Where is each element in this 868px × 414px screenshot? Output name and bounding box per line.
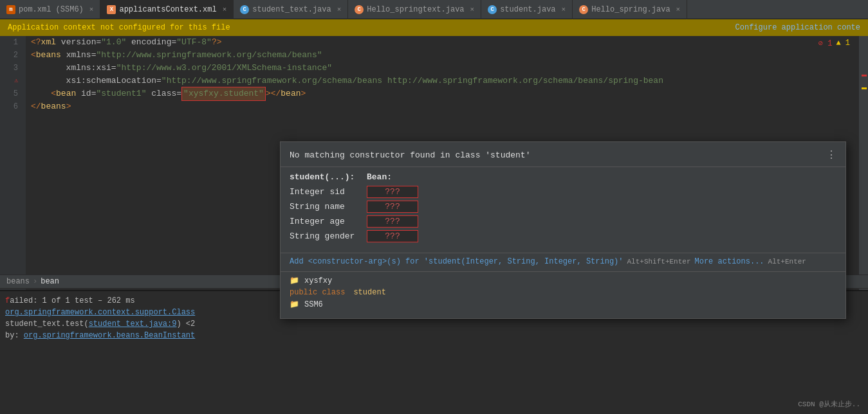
warning-marker-1 xyxy=(862,87,867,89)
configure-action[interactable]: Configure application conte xyxy=(735,23,860,32)
bean-val-name: ??? xyxy=(367,201,418,213)
popup-title: No matching constructor found in class '… xyxy=(290,150,530,160)
tab-applicants[interactable]: X applicantsContext.xml × xyxy=(100,0,234,19)
error-warning-count: ⊘ 1 ▲ 1 xyxy=(818,36,850,49)
code-line-2: <beans xmlns="http://www.springframework… xyxy=(26,49,859,62)
gutter-line-1: 1 xyxy=(0,36,22,49)
param-string-gender: String gender xyxy=(290,231,367,241)
class-keyword: public class xyxy=(290,288,345,297)
java-blue-icon-1: C xyxy=(240,5,249,14)
popup-footer-class: public class student xyxy=(290,288,836,297)
gutter-line-4: ⚠ xyxy=(0,75,22,87)
xml-icon: X xyxy=(107,5,116,14)
bottom-line-3: student_text.test(student_text.java:9) <… xyxy=(5,318,863,330)
popup-footer-project: 📁 SSM6 xyxy=(290,300,836,309)
tab-hello-spring[interactable]: C Hello_spring.java × xyxy=(573,0,687,19)
tab-hello-spring-text[interactable]: C Hello_springtext.java × xyxy=(348,0,481,19)
tab-student-text-close[interactable]: × xyxy=(337,6,342,14)
breadcrumb-beans[interactable]: beans xyxy=(6,277,30,286)
popup-table-header: student(...): Bean: xyxy=(290,172,836,182)
tab-pom-close[interactable]: × xyxy=(89,6,94,14)
watermark: CSDN @从未止步.. xyxy=(798,399,860,409)
code-line-3: xmlns:xsi="http://www.w3.org/2001/XMLSch… xyxy=(26,62,859,75)
popup-more-options[interactable]: ⋮ xyxy=(826,148,836,161)
tab-bar: m pom.xml (SSM6) × X applicantsContext.x… xyxy=(0,0,868,19)
popup-row-4: String gender ??? xyxy=(290,230,836,242)
folder-icon-package: 📁 xyxy=(290,276,299,285)
tab-pom[interactable]: m pom.xml (SSM6) × xyxy=(0,0,100,19)
param-integer-age: Integer age xyxy=(290,217,367,226)
spring-context-link[interactable]: org.springframework.context.support.Clas… xyxy=(5,308,195,317)
popup-table: student(...): Bean: Integer sid ??? Stri… xyxy=(281,167,845,253)
gutter-line-5: 5 xyxy=(0,87,22,100)
tab-student-label: student.java xyxy=(500,5,555,14)
error-icon-line4: ⚠ xyxy=(14,75,18,87)
tab-student-text-label: student_text.java xyxy=(252,5,331,14)
col-student-header: student(...): xyxy=(290,172,367,182)
param-integer-sid: Integer sid xyxy=(290,187,367,197)
bean-val-age: ??? xyxy=(367,215,418,228)
tab-applicants-close[interactable]: × xyxy=(223,6,227,14)
code-line-4: xsi:schemaLocation="http://www.springfra… xyxy=(26,75,859,87)
popup-row-3: Integer age ??? xyxy=(290,215,836,228)
bean-val-sid: ??? xyxy=(367,186,418,198)
tab-student-close[interactable]: × xyxy=(562,6,566,14)
bean-val-gender: ??? xyxy=(367,230,418,242)
maven-icon: m xyxy=(6,5,15,14)
popup-footer: 📁 xysfxy public class student 📁 SSM6 xyxy=(281,271,845,318)
more-actions-link[interactable]: More actions... xyxy=(695,257,764,266)
project-name: SSM6 xyxy=(304,300,323,309)
popup-footer-package: 📁 xysfxy xyxy=(290,276,836,285)
error-count: ⊘ 1 xyxy=(818,39,833,48)
java-orange-icon-2: C xyxy=(579,5,588,14)
breadcrumb-sep: › xyxy=(33,277,37,286)
add-constructor-link[interactable]: Add <constructor-arg>(s) for 'student(In… xyxy=(290,257,623,266)
warning-message: Application context not configured for t… xyxy=(8,23,230,32)
tab-applicants-label: applicantsContext.xml xyxy=(119,5,216,14)
breadcrumb-bean[interactable]: bean xyxy=(41,277,59,286)
error-popup: No matching constructor found in class '… xyxy=(280,141,846,319)
col-bean-header: Bean: xyxy=(367,172,425,182)
tab-pom-label: pom.xml (SSM6) xyxy=(19,5,84,14)
tab-hello-spring-text-label: Hello_springtext.java xyxy=(367,5,464,14)
bottom-line-4: by: org.springframework.beans.BeanInstan… xyxy=(5,330,863,341)
popup-header: No matching constructor found in class '… xyxy=(281,142,845,167)
package-name: xysfxy xyxy=(304,276,332,285)
popup-action-bar: Add <constructor-arg>(s) for 'student(In… xyxy=(281,253,845,271)
folder-icon-project: 📁 xyxy=(290,300,299,309)
tab-student-text[interactable]: C student_text.java × xyxy=(234,0,348,19)
class-attribute-highlight: "xysfxy.student" xyxy=(181,87,266,101)
tab-hello-spring-text-close[interactable]: × xyxy=(470,6,475,14)
code-line-5: <bean id="student1" class="xysfxy.studen… xyxy=(26,87,859,100)
tab-hello-spring-close[interactable]: × xyxy=(676,6,681,14)
param-string-name: String name xyxy=(290,202,367,212)
bean-instant-link[interactable]: org.springframework.beans.BeanInstant xyxy=(24,331,195,340)
code-line-6: </beans> xyxy=(26,100,859,113)
class-name-label: student xyxy=(353,288,385,297)
warning-bar: Application context not configured for t… xyxy=(0,19,868,36)
student-text-link[interactable]: student_text.java:9 xyxy=(89,320,177,328)
java-orange-icon-1: C xyxy=(355,5,364,14)
gutter-line-3: 3 xyxy=(0,62,22,75)
popup-row-1: Integer sid ??? xyxy=(290,186,836,198)
tab-student[interactable]: C student.java × xyxy=(481,0,573,19)
add-constructor-shortcut: Alt+Shift+Enter xyxy=(627,258,690,266)
popup-row-2: String name ??? xyxy=(290,201,836,213)
more-actions-shortcut: Alt+Enter xyxy=(768,258,806,266)
gutter-line-2: 2 xyxy=(0,49,22,62)
java-blue-icon-2: C xyxy=(488,5,497,14)
gutter-line-6: 6 xyxy=(0,100,22,113)
error-marker-1 xyxy=(862,75,867,76)
tab-hello-spring-label: Hello_spring.java xyxy=(591,5,670,14)
code-line-1: <?xml version="1.0" encoding="UTF-8"?> xyxy=(26,36,859,49)
warning-count: ▲ 1 xyxy=(836,39,850,48)
